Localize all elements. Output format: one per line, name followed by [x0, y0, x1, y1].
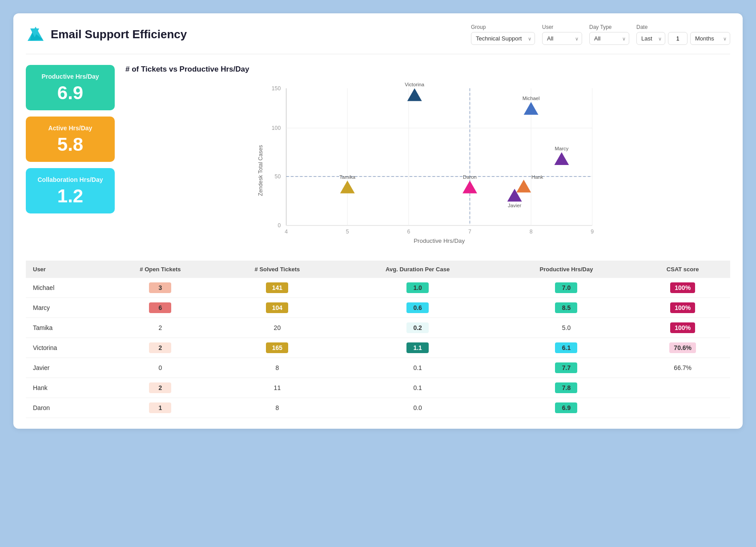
- table-cell: 70.6%: [635, 338, 730, 358]
- collaboration-hrs-label: Collaboration Hrs/Day: [35, 176, 106, 183]
- active-hrs-card: Active Hrs/Day 5.8: [26, 117, 115, 162]
- table-cell: 0.1: [338, 358, 498, 378]
- daytype-filter-label: Day Type: [589, 24, 629, 30]
- date-filter: Date Last Months: [636, 24, 730, 45]
- date-filter-label: Date: [636, 24, 730, 30]
- logo-area: Email Support Efficiency: [26, 25, 187, 44]
- table-cell: 8: [217, 358, 338, 378]
- collaboration-hrs-value: 1.2: [35, 187, 106, 205]
- svg-text:Hank: Hank: [531, 174, 543, 180]
- group-filter-label: Group: [471, 24, 535, 30]
- tamika-point: [340, 181, 355, 193]
- table-cell: 6.9: [498, 398, 635, 418]
- table-cell: 0.0: [338, 398, 498, 418]
- main-content: Productive Hrs/Day 6.9 Active Hrs/Day 5.…: [26, 65, 730, 248]
- table-header: User # Open Tickets # Solved Tickets Avg…: [26, 261, 730, 278]
- user-filter-label: User: [542, 24, 582, 30]
- daytype-filter: Day Type All: [589, 24, 629, 45]
- table-cell: 6: [104, 298, 217, 318]
- table-cell: 100%: [635, 278, 730, 298]
- date-filter-controls: Last Months: [636, 32, 730, 45]
- date-unit-wrapper[interactable]: Months: [690, 32, 730, 45]
- user-filter: User All: [542, 24, 582, 45]
- table-cell: 141: [217, 278, 338, 298]
- table-cell: 8.5: [498, 298, 635, 318]
- date-unit-select[interactable]: Months: [690, 32, 730, 45]
- svg-text:Victorina: Victorina: [405, 82, 424, 87]
- collaboration-hrs-card: Collaboration Hrs/Day 1.2: [26, 168, 115, 213]
- svg-text:Daron: Daron: [463, 174, 477, 180]
- date-qualifier-wrapper[interactable]: Last: [636, 32, 665, 45]
- user-name-cell: Marcy: [26, 298, 104, 318]
- table-cell: 0: [104, 358, 217, 378]
- user-name-cell: Michael: [26, 278, 104, 298]
- svg-text:Marcy: Marcy: [555, 146, 569, 151]
- svg-text:100: 100: [272, 125, 281, 131]
- table-cell: 3: [104, 278, 217, 298]
- user-select[interactable]: All: [542, 32, 582, 45]
- group-filter: Group Technical Support: [471, 24, 535, 45]
- table-cell: 66.7%: [635, 358, 730, 378]
- table-row: Marcy61040.68.5100%: [26, 298, 730, 318]
- table-cell: 20: [217, 318, 338, 338]
- data-table: User # Open Tickets # Solved Tickets Avg…: [26, 261, 730, 418]
- svg-text:4: 4: [285, 229, 288, 235]
- svg-text:Productive Hrs/Day: Productive Hrs/Day: [414, 237, 465, 244]
- col-solved-tickets: # Solved Tickets: [217, 261, 338, 278]
- col-avg-duration: Avg. Duration Per Case: [338, 261, 498, 278]
- header: Email Support Efficiency Group Technical…: [26, 24, 730, 54]
- svg-text:Michael: Michael: [523, 96, 540, 101]
- col-productive-hrs: Productive Hrs/Day: [498, 261, 635, 278]
- daytype-select-wrapper[interactable]: All: [589, 32, 629, 45]
- scatter-chart: 0 50 100 150 4 5 6 7 8: [125, 79, 730, 248]
- svg-text:6: 6: [407, 229, 410, 235]
- data-table-container: User # Open Tickets # Solved Tickets Avg…: [26, 261, 730, 418]
- table-cell: 165: [217, 338, 338, 358]
- victorina-point: [407, 88, 422, 101]
- daytype-select[interactable]: All: [589, 32, 629, 45]
- table-cell: 11: [217, 378, 338, 398]
- table-cell: [635, 398, 730, 418]
- marcy-point: [554, 152, 569, 165]
- filters-area: Group Technical Support User All Day Typ…: [471, 24, 730, 45]
- svg-text:9: 9: [591, 229, 594, 235]
- table-cell: 7.7: [498, 358, 635, 378]
- group-select[interactable]: Technical Support: [471, 32, 535, 45]
- productive-hrs-label: Productive Hrs/Day: [35, 73, 106, 80]
- table-row: Victorina21651.16.170.6%: [26, 338, 730, 358]
- app-title: Email Support Efficiency: [51, 28, 187, 41]
- table-cell: 7.0: [498, 278, 635, 298]
- table-cell: 0.2: [338, 318, 498, 338]
- table-cell: 8: [217, 398, 338, 418]
- date-number-input[interactable]: [668, 32, 688, 45]
- table-cell: 2: [104, 378, 217, 398]
- user-name-cell: Victorina: [26, 338, 104, 358]
- group-select-wrapper[interactable]: Technical Support: [471, 32, 535, 45]
- chart-area: # of Tickets vs Productive Hrs/Day 0 50: [125, 65, 730, 248]
- table-cell: 0.6: [338, 298, 498, 318]
- table-cell: 7.8: [498, 378, 635, 398]
- user-select-wrapper[interactable]: All: [542, 32, 582, 45]
- col-open-tickets: # Open Tickets: [104, 261, 217, 278]
- hank-point: [516, 180, 531, 193]
- col-user: User: [26, 261, 104, 278]
- table-cell: 1.0: [338, 278, 498, 298]
- svg-text:Javier: Javier: [508, 203, 521, 208]
- table-row: Tamika2200.25.0100%: [26, 318, 730, 338]
- table-cell: 0.1: [338, 378, 498, 398]
- kpi-cards: Productive Hrs/Day 6.9 Active Hrs/Day 5.…: [26, 65, 115, 248]
- app-logo-icon: [26, 25, 45, 44]
- table-cell: 100%: [635, 298, 730, 318]
- date-qualifier-select[interactable]: Last: [636, 32, 665, 45]
- scatter-container: 0 50 100 150 4 5 6 7 8: [125, 79, 730, 248]
- table-cell: 100%: [635, 318, 730, 338]
- svg-text:0: 0: [277, 222, 281, 229]
- table-cell: 104: [217, 298, 338, 318]
- table-row: Hank2110.17.8: [26, 378, 730, 398]
- svg-text:150: 150: [272, 85, 281, 92]
- productive-hrs-card: Productive Hrs/Day 6.9: [26, 65, 115, 110]
- svg-text:Tamika: Tamika: [339, 174, 355, 180]
- table-cell: 2: [104, 338, 217, 358]
- michael-point: [524, 102, 539, 115]
- daron-point: [462, 181, 477, 193]
